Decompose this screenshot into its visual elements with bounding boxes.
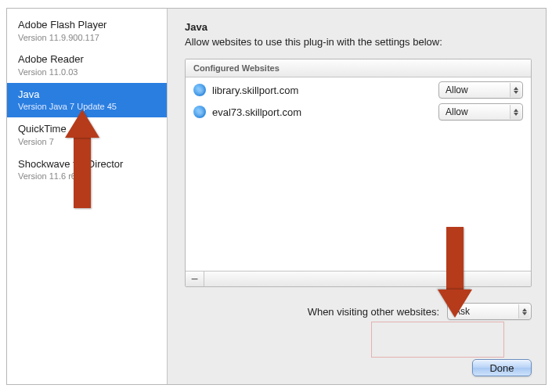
updown-icon: [518, 304, 529, 318]
sidebar-item-name: Shockwave for Director: [18, 157, 159, 171]
sidebar-item-reader[interactable]: Adobe Reader Version 11.0.03: [7, 48, 167, 82]
sidebar-item-version: Version 11.0.03: [18, 67, 159, 78]
sidebar-item-version: Version 11.6 r634: [18, 171, 159, 182]
detail-panel: Java Allow websites to use this plug-in …: [168, 9, 546, 384]
table-header: Configured Websites: [186, 59, 531, 77]
other-websites-select[interactable]: Ask: [447, 303, 532, 320]
sidebar-item-quicktime[interactable]: QuickTime Version 7: [7, 117, 167, 152]
globe-icon: [193, 106, 206, 118]
table-row[interactable]: library.skillport.com Allow: [186, 79, 531, 101]
sidebar-item-name: QuickTime: [18, 122, 159, 136]
updown-icon: [510, 105, 521, 119]
sidebar-item-name: Adobe Flash Player: [18, 18, 159, 32]
remove-site-button[interactable]: −: [186, 272, 204, 286]
configured-websites-table: Configured Websites library.skillport.co…: [185, 59, 532, 287]
sidebar-item-flash[interactable]: Adobe Flash Player Version 11.9.900.117: [7, 13, 167, 48]
table-rows: library.skillport.com Allow eval73.skill…: [186, 77, 531, 124]
table-row[interactable]: eval73.skillport.com Allow: [186, 101, 531, 123]
table-footer: −: [186, 271, 531, 286]
sidebar-item-version: Version 11.9.900.117: [18, 32, 159, 44]
sidebar-item-version: Version Java 7 Update 45: [18, 101, 159, 113]
sidebar-item-shockwave[interactable]: Shockwave for Director Version 11.6 r634: [7, 153, 167, 187]
globe-icon: [193, 84, 206, 96]
detail-title: Java: [185, 21, 532, 33]
other-websites-row: When visiting other websites: Ask: [185, 303, 532, 320]
plugin-settings-dialog: Adobe Flash Player Version 11.9.900.117 …: [6, 8, 547, 385]
sidebar-item-name: Java: [18, 88, 159, 102]
site-policy-value: Allow: [446, 106, 468, 117]
background-ghost-box: [371, 322, 504, 358]
done-button-label: Done: [489, 362, 514, 374]
sidebar-item-java[interactable]: Java Version Java 7 Update 45: [7, 83, 167, 117]
other-websites-label: When visiting other websites:: [308, 306, 439, 318]
sidebar-item-version: Version 7: [18, 136, 159, 148]
site-policy-select[interactable]: Allow: [438, 103, 523, 120]
updown-icon: [510, 83, 521, 97]
site-host: library.skillport.com: [212, 85, 432, 96]
site-policy-select[interactable]: Allow: [438, 81, 523, 99]
dialog-buttons: Done: [472, 359, 532, 376]
done-button[interactable]: Done: [472, 359, 532, 376]
minus-icon: −: [191, 272, 198, 286]
plugin-sidebar: Adobe Flash Player Version 11.9.900.117 …: [7, 9, 168, 384]
site-policy-value: Allow: [446, 85, 468, 95]
other-websites-value: Ask: [454, 306, 470, 317]
sidebar-item-name: Adobe Reader: [18, 52, 159, 67]
detail-subtitle: Allow websites to use this plug-in with …: [185, 36, 532, 48]
site-host: eval73.skillport.com: [212, 106, 432, 118]
